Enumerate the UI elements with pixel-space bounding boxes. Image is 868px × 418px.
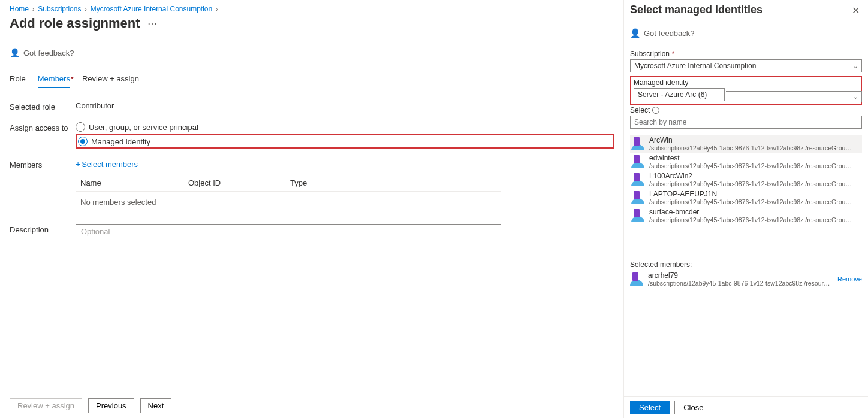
select-identities-panel: Select managed identities ✕ 👤 Got feedba… xyxy=(623,0,868,418)
review-assign-button: Review + assign xyxy=(10,398,82,413)
plus-icon: + xyxy=(76,159,80,169)
selected-member: arcrhel79 /subscriptions/12ab9y45-1abc-9… xyxy=(630,271,862,287)
selected-name: arcrhel79 xyxy=(648,271,833,280)
tabs: Role Members• Review + assign xyxy=(10,74,614,88)
identity-item[interactable]: ArcWin/subscriptions/12ab9y45-1abc-9876-… xyxy=(630,135,862,153)
members-table: Name Object ID Type No members selected xyxy=(76,175,501,213)
tab-review[interactable]: Review + assign xyxy=(82,74,139,88)
feedback-icon: 👤 xyxy=(630,28,640,38)
chevron-down-icon: ⌄ xyxy=(853,63,858,69)
managed-identity-value: Server - Azure Arc (6) xyxy=(638,90,707,99)
remove-link[interactable]: Remove xyxy=(837,275,862,283)
identity-item[interactable]: LAPTOP-AEEUPJ1N/subscriptions/12ab9y45-1… xyxy=(630,189,862,207)
assign-access-label: Assign access to xyxy=(10,122,76,132)
identity-name: LAPTOP-AEEUPJ1N xyxy=(649,190,853,198)
chevron-down-icon: ⌄ xyxy=(853,93,858,100)
more-icon[interactable]: ⋯ xyxy=(147,18,157,29)
identity-item[interactable]: L100ArcWin2/subscriptions/12ab9y45-1abc-… xyxy=(630,171,862,189)
feedback-text: Got feedback? xyxy=(23,49,74,57)
radio-user-group[interactable]: User, group, or service principal xyxy=(76,122,614,132)
crumb-subscriptions[interactable]: Subscriptions xyxy=(38,5,81,13)
server-arc-icon xyxy=(631,137,644,150)
col-object-id: Object ID xyxy=(188,178,290,187)
tab-members[interactable]: Members• xyxy=(38,74,70,88)
close-icon[interactable]: ✕ xyxy=(849,4,862,17)
subscription-label: Subscription * xyxy=(630,50,862,58)
search-input[interactable] xyxy=(630,116,862,129)
crumb-subscription-name[interactable]: Mycrosoft Azure Internal Consumption xyxy=(91,5,212,13)
next-button[interactable]: Next xyxy=(140,398,172,413)
footer: Review + assign Previous Next xyxy=(0,393,623,418)
chevron-right-icon: › xyxy=(85,6,86,13)
identity-list: ArcWin/subscriptions/12ab9y45-1abc-9876-… xyxy=(630,135,862,225)
identity-item[interactable]: edwintest/subscriptions/12ab9y45-1abc-98… xyxy=(630,153,862,171)
breadcrumb: Home › Subscriptions › Mycrosoft Azure I… xyxy=(10,4,614,14)
col-type: Type xyxy=(290,178,496,187)
server-arc-icon xyxy=(631,191,644,204)
col-name: Name xyxy=(80,178,188,187)
identity-name: edwintest xyxy=(649,154,853,162)
subscription-value: Mycrosoft Azure Internal Consumption xyxy=(634,62,756,70)
panel-title: Select managed identities xyxy=(630,4,762,16)
chevron-right-icon: › xyxy=(216,6,218,13)
identity-path: /subscriptions/12ab9y45-1abc-9876-1v12-t… xyxy=(649,144,853,152)
radio-managed-identity[interactable]: Managed identity xyxy=(78,137,150,146)
highlight-managed-identity: Managed identity xyxy=(76,134,614,149)
members-empty: No members selected xyxy=(76,192,501,213)
identity-path: /subscriptions/12ab9y45-1abc-9876-1v12-t… xyxy=(649,162,853,169)
managed-identity-label: Managed identity xyxy=(634,78,858,87)
identity-name: ArcWin xyxy=(649,136,853,144)
server-arc-icon xyxy=(630,272,643,286)
description-label: Description xyxy=(10,224,76,234)
select-label: Select xyxy=(630,106,650,114)
panel-feedback-link[interactable]: 👤 Got feedback? xyxy=(630,28,862,38)
managed-identity-dropdown-ext[interactable]: ⌄ xyxy=(726,91,862,102)
page-title: Add role assignment xyxy=(10,16,140,31)
identity-item[interactable]: surface-bmcder/subscriptions/12ab9y45-1a… xyxy=(630,207,862,225)
radio-icon xyxy=(76,122,85,132)
selected-role-label: Selected role xyxy=(10,101,76,111)
radio-user-label: User, group, or service principal xyxy=(89,123,198,132)
chevron-right-icon: › xyxy=(32,6,34,13)
identity-name: L100ArcWin2 xyxy=(649,172,853,180)
identity-path: /subscriptions/12ab9y45-1abc-9876-1v12-t… xyxy=(649,216,853,223)
identity-name: surface-bmcder xyxy=(649,208,853,216)
select-button[interactable]: Select xyxy=(630,401,670,414)
select-members-link[interactable]: + Select members xyxy=(76,159,138,169)
managed-identity-dropdown[interactable]: Server - Azure Arc (6) xyxy=(634,88,725,101)
server-arc-icon xyxy=(631,209,644,222)
server-arc-icon xyxy=(631,155,644,168)
selected-path: /subscriptions/12ab9y45-1abc-9876-1v12-t… xyxy=(648,280,833,287)
members-label: Members xyxy=(10,159,76,169)
close-button[interactable]: Close xyxy=(674,401,712,414)
identity-path: /subscriptions/12ab9y45-1abc-9876-1v12-t… xyxy=(649,180,853,187)
identity-path: /subscriptions/12ab9y45-1abc-9876-1v12-t… xyxy=(649,198,853,205)
panel-feedback-text: Got feedback? xyxy=(644,29,695,38)
radio-icon xyxy=(78,137,88,146)
crumb-home[interactable]: Home xyxy=(10,5,29,13)
previous-button[interactable]: Previous xyxy=(88,398,134,413)
feedback-icon: 👤 xyxy=(10,48,20,57)
feedback-link[interactable]: 👤 Got feedback? xyxy=(10,48,614,57)
selected-members-title: Selected members: xyxy=(630,261,862,269)
server-arc-icon xyxy=(631,173,644,186)
tab-role[interactable]: Role xyxy=(10,74,26,88)
required-dot: • xyxy=(71,73,74,83)
selected-role-value: Contributor xyxy=(76,101,614,110)
description-input[interactable] xyxy=(76,224,501,256)
info-icon[interactable]: i xyxy=(652,107,659,114)
radio-managed-label: Managed identity xyxy=(91,137,150,146)
subscription-dropdown[interactable]: Mycrosoft Azure Internal Consumption ⌄ xyxy=(630,59,862,72)
